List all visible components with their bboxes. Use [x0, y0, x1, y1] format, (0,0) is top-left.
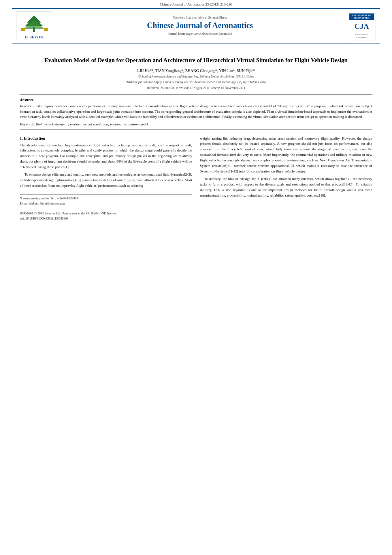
svg-rect-6 [44, 28, 48, 31]
abstract-label: Abstract [20, 98, 372, 102]
col1-para1: The development of modern high-performan… [20, 143, 192, 170]
footnote-license: 1000-9361 © 2012 Elsevier Ltd. Open acce… [20, 211, 192, 216]
col1-para2: To enhance design efficiency and quality… [20, 172, 192, 189]
affiliation-b: ᵇInstitute for Aviation Safety, China Ac… [20, 80, 372, 85]
article-title: Evaluation Model of Design for Operation… [28, 56, 364, 64]
journal-center: Contents lists available at ScienceDirec… [56, 15, 344, 37]
col-right-body: weight, raising lift, reducing drag, dec… [200, 136, 372, 199]
contents-available: Contents lists available at ScienceDirec… [56, 15, 344, 19]
keywords-line: Keywords: flight vehicle design; operati… [20, 122, 372, 126]
right-logo-top-text: THE JOURNAL OF AERONAUTICS [349, 13, 374, 20]
journal-title: Chinese Journal of Aeronautics [56, 21, 344, 30]
received-line: Received: 26 June 2011; revised: 17 Augu… [20, 86, 372, 90]
abstract-section: Abstract In order to take requirements f… [20, 98, 372, 126]
journal-header: ELSEVIER Contents lists available at Sci… [12, 8, 380, 44]
main-content: Evaluation Model of Design for Operation… [0, 44, 392, 229]
elsevier-text-label: ELSEVIER [25, 36, 44, 39]
citation-text: Chinese Journal of Aeronautics 25 (2012)… [160, 2, 232, 6]
authors-line: LIU Huᵃ*, TIAN Yongliangᵃ, ZHANG Chaoyin… [20, 68, 372, 73]
col2-para1: weight, raising lift, reducing drag, dec… [200, 136, 372, 175]
col-right: weight, raising lift, reducing drag, dec… [200, 136, 372, 222]
footnote-corresponding: *Corresponding author. Tel.: +86-10-8233… [20, 196, 192, 201]
svg-rect-5 [21, 28, 25, 31]
journal-right-logo: THE JOURNAL OF AERONAUTICS CJA Chinese J… [348, 12, 375, 40]
col2-para2: In industry, the idea of “design for X (… [200, 176, 372, 199]
footnote-email: E-mail address: liuhu@buaa.edu.cn [20, 201, 192, 206]
col-footnotes: *Corresponding author. Tel.: +86-10-8233… [20, 194, 192, 222]
elsevier-logo-image [19, 13, 50, 35]
page: Chinese Journal of Aeronautics 25 (2012)… [0, 0, 392, 555]
citation-bar: Chinese Journal of Aeronautics 25 (2012)… [0, 0, 392, 8]
section1-title: 1. Introduction [20, 136, 192, 140]
two-column-body: 1. Introduction The development of moder… [20, 136, 372, 222]
elsevier-logo: ELSEVIER [17, 11, 52, 41]
col-left: 1. Introduction The development of moder… [20, 136, 192, 222]
footnote-doi: doi: 10.1016/S1000-9361(11)60381-6 [20, 216, 192, 222]
svg-text:CJA: CJA [354, 22, 369, 30]
journal-homepage: journal homepage: www.elsevier.com/locat… [56, 32, 344, 36]
cja-logo-icon: CJA [351, 21, 373, 32]
abstract-text: In order to take requirements for commer… [20, 104, 372, 120]
divider-abstract-bottom [20, 129, 372, 130]
col-left-body: The development of modern high-performan… [20, 143, 192, 189]
affiliation-a: ᵃSchool of Aeronautic Science and Engine… [20, 74, 372, 79]
divider-top [20, 94, 372, 95]
right-logo-bottom-text: Chinese Journalof Aeronautics [355, 34, 368, 39]
elsevier-tree-icon [19, 14, 50, 34]
right-logo-mid-text: CJA [351, 21, 373, 33]
